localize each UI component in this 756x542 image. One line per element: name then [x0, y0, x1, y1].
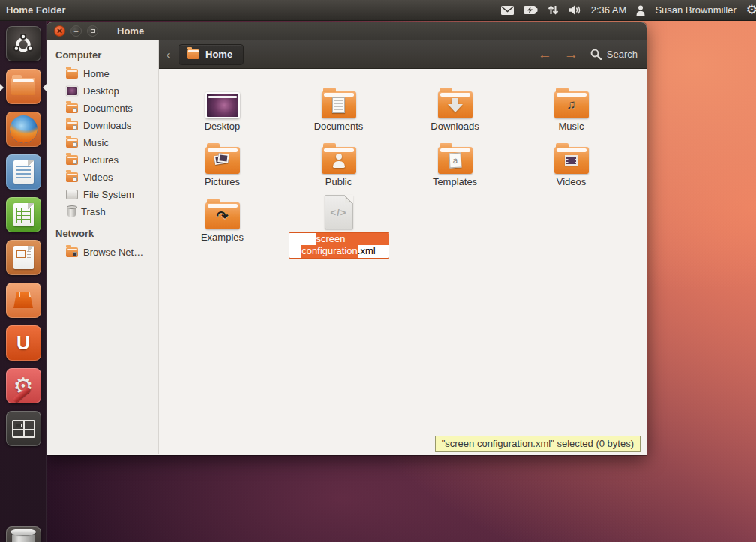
documents-folder-icon — [66, 103, 78, 113]
pictures-folder-icon — [66, 155, 78, 165]
nautilus-window: ✕ – Home Computer Home Desktop Documents — [46, 22, 646, 455]
files-folder-icon — [6, 69, 41, 104]
sidebar-item-trash[interactable]: Trash — [46, 203, 158, 220]
file-view[interactable]: Desktop Documents Downloads ♫ Music — [159, 69, 646, 454]
videos-folder-icon — [66, 172, 78, 182]
sidebar-section-network: Network — [46, 225, 158, 244]
rename-selected-text-2: configuration — [302, 245, 357, 258]
sidebar-item-home[interactable]: Home — [46, 65, 158, 82]
desktop-icon — [66, 86, 78, 96]
active-app-title: Home Folder — [6, 4, 65, 16]
home-folder-icon — [66, 69, 78, 79]
network-folder-icon — [66, 247, 78, 257]
sidebar-item-file-system[interactable]: File System — [46, 186, 158, 203]
top-panel: Home Folder 2:36 AM Susan Brownmiller ⚙ — [0, 0, 756, 21]
music-folder-icon: ♫ — [554, 91, 589, 118]
unity-launcher: U ⚙ — [0, 21, 46, 542]
desktop-icon — [206, 92, 240, 118]
launcher-item-libreoffice-impress[interactable] — [0, 240, 46, 276]
workspace-grid-icon — [6, 411, 41, 446]
firefox-icon — [6, 112, 41, 147]
templates-folder-icon: a — [438, 147, 472, 174]
clock[interactable]: 2:36 AM — [591, 4, 627, 16]
impress-icon — [6, 240, 41, 275]
file-item-screen-configuration-xml[interactable]: </> screen configuration.xml — [280, 189, 397, 259]
rename-entry[interactable]: screen configuration.xml — [289, 232, 389, 259]
software-center-bag-icon — [6, 283, 41, 318]
launcher-item-software-center[interactable] — [0, 283, 46, 319]
file-item-public[interactable]: Public — [280, 133, 397, 187]
sidebar-item-desktop[interactable]: Desktop — [46, 82, 158, 100]
launcher-item-firefox[interactable] — [0, 112, 46, 148]
breadcrumb-scroll-chevron[interactable]: ‹ — [164, 49, 172, 61]
rename-selected-text-1: screen — [316, 233, 388, 245]
launcher-item-libreoffice-writer[interactable] — [0, 154, 46, 190]
trash-icon — [6, 526, 41, 542]
breadcrumb-home-button[interactable]: Home — [178, 44, 244, 65]
launcher-item-trash[interactable] — [0, 506, 46, 542]
session-gear-icon[interactable]: ⚙ — [746, 2, 756, 18]
downloads-folder-icon — [438, 91, 472, 118]
settings-gear-icon: ⚙ — [6, 368, 41, 403]
running-indicator-icon — [0, 84, 4, 91]
documents-folder-icon — [322, 91, 356, 118]
pictures-folder-icon — [206, 147, 240, 174]
battery-icon[interactable] — [524, 6, 538, 14]
window-title: Home — [117, 25, 144, 37]
trash-icon — [68, 207, 76, 217]
xml-file-icon: </> — [325, 195, 353, 229]
rename-extension-text: .xml — [358, 245, 376, 258]
desktop: Home Folder 2:36 AM Susan Brownmiller ⚙ — [0, 0, 756, 542]
search-button[interactable]: Search — [590, 49, 638, 60]
forward-button[interactable]: → — [564, 47, 578, 61]
ubuntu-one-icon: U — [6, 325, 41, 361]
sidebar-item-videos[interactable]: Videos — [46, 169, 158, 186]
sidebar-item-documents[interactable]: Documents — [46, 100, 158, 117]
examples-folder-icon: ↷ — [206, 202, 240, 229]
window-titlebar[interactable]: ✕ – Home — [46, 22, 646, 40]
username[interactable]: Susan Brownmiller — [655, 4, 736, 16]
calc-icon — [6, 197, 41, 232]
downloads-folder-icon — [66, 121, 78, 130]
drive-icon — [66, 190, 78, 199]
focused-indicator-icon — [43, 84, 46, 91]
sidebar-item-pictures[interactable]: Pictures — [46, 151, 158, 169]
search-icon — [590, 49, 602, 60]
launcher-item-system-settings[interactable]: ⚙ — [0, 368, 46, 404]
file-item-videos[interactable]: Videos — [513, 133, 629, 187]
places-sidebar: Computer Home Desktop Documents Download… — [46, 40, 159, 454]
file-item-examples[interactable]: ↷ Examples — [164, 189, 280, 259]
sidebar-item-music[interactable]: Music — [46, 134, 158, 151]
launcher-item-ubuntu-one[interactable]: U — [0, 325, 46, 361]
minimize-button[interactable]: – — [70, 25, 82, 37]
back-button[interactable]: ← — [538, 47, 552, 61]
file-item-music[interactable]: ♫ Music — [513, 78, 629, 132]
writer-icon — [6, 154, 41, 190]
file-item-pictures[interactable]: Pictures — [164, 133, 280, 187]
toolbar: ‹ Home ← → Search — [159, 40, 646, 69]
launcher-item-files[interactable] — [0, 69, 46, 105]
videos-folder-icon — [554, 147, 589, 174]
sidebar-item-browse-network[interactable]: Browse Net… — [46, 244, 158, 261]
launcher-item-workspace-switcher[interactable] — [0, 411, 46, 447]
selection-status-tooltip: "screen configuration.xml" selected (0 b… — [435, 436, 640, 452]
music-folder-icon — [66, 138, 78, 148]
file-item-templates[interactable]: a Templates — [397, 133, 513, 187]
file-item-documents[interactable]: Documents — [280, 78, 397, 132]
network-arrows-icon[interactable] — [548, 5, 559, 15]
maximize-button[interactable] — [87, 25, 98, 37]
launcher-item-libreoffice-calc[interactable] — [0, 197, 46, 233]
home-folder-icon — [187, 49, 200, 59]
launcher-item-ubuntu-dash[interactable] — [0, 26, 46, 62]
file-item-desktop[interactable]: Desktop — [164, 78, 280, 132]
public-folder-icon — [322, 147, 356, 174]
volume-icon[interactable] — [568, 5, 581, 15]
sidebar-item-downloads[interactable]: Downloads — [46, 117, 158, 134]
sidebar-section-computer: Computer — [46, 46, 158, 65]
user-icon — [636, 5, 645, 16]
close-button[interactable]: ✕ — [54, 25, 65, 37]
file-item-downloads[interactable]: Downloads — [397, 78, 513, 132]
ubuntu-logo-icon — [6, 26, 41, 61]
mail-icon[interactable] — [501, 6, 514, 15]
